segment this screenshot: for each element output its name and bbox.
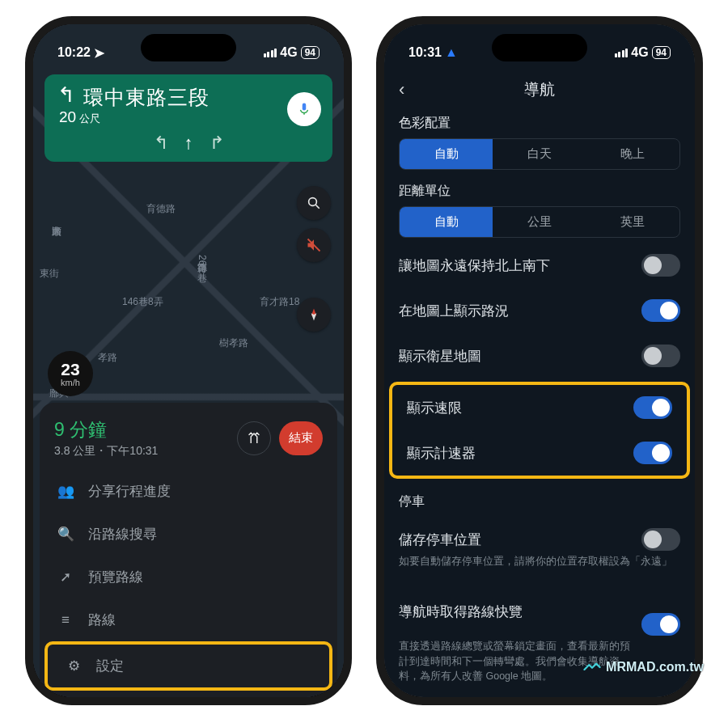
section-color-scheme: 色彩配置: [384, 107, 695, 138]
switch[interactable]: [641, 299, 680, 322]
eta-detail: 3.8 公里・下午10:31: [54, 444, 229, 459]
toggle-speedometer[interactable]: 顯示計速器: [392, 430, 687, 476]
eta-time: 9 分鐘: [54, 417, 229, 442]
dynamic-island: [492, 34, 587, 61]
end-navigation-button[interactable]: 結束: [279, 421, 323, 455]
alt-routes-icon: [247, 431, 261, 446]
switch[interactable]: [641, 254, 680, 277]
toggle-label: 在地圖上顯示路況: [399, 302, 509, 320]
navigation-screen: 育德路 育德路26巷 146巷8弄 育才路18 樹孝路 孝路 東街 太順路 新平…: [33, 24, 344, 697]
toggle-label: 顯示衛星地圖: [399, 347, 481, 366]
menu-label: 分享行程進度: [88, 482, 171, 501]
toggle-label: 讓地圖永遠保持北上南下: [399, 256, 550, 275]
back-button[interactable]: ‹: [399, 79, 404, 100]
toggle-label: 導航時取得路線快覽: [399, 602, 523, 621]
compass-button[interactable]: [297, 298, 331, 332]
toggle-north-up[interactable]: 讓地圖永遠保持北上南下: [384, 243, 695, 288]
watermark-logo-icon: [583, 661, 601, 674]
menu-search-along-route[interactable]: 🔍 沿路線搜尋: [40, 513, 337, 556]
toggle-traffic[interactable]: 在地圖上顯示路況: [384, 288, 695, 333]
distance-unit-segmented: 自動 公里 英里: [399, 206, 680, 238]
direction-panel[interactable]: ↰ 環中東路三段 20 公尺 ↰ ↑ ↱: [44, 74, 332, 162]
turn-left-icon: ↰: [57, 84, 75, 105]
watermark: MRMAD.com.tw: [583, 660, 704, 674]
map-road-label: 樹孝路: [219, 336, 248, 350]
lane-right-icon: ↱: [210, 133, 224, 154]
section-distance-unit: 距離單位: [384, 175, 695, 206]
menu-label: 沿路線搜尋: [88, 525, 157, 543]
watermark-text: MRMAD.com.tw: [606, 660, 704, 674]
color-night-option[interactable]: 晚上: [586, 139, 679, 169]
signal-icon: [264, 48, 277, 57]
save-parking-description: 如要自動儲存停車位置，請將你的位置存取權設為「永遠」: [384, 554, 695, 577]
speed-unit: km/h: [61, 378, 80, 387]
map-road-label: 146巷8弄: [122, 295, 163, 309]
dynamic-island: [141, 34, 236, 61]
search-icon: 🔍: [57, 526, 74, 543]
battery-indicator: 94: [652, 46, 671, 59]
menu-share-progress[interactable]: 👥 分享行程進度: [40, 470, 337, 513]
status-time: 10:22: [57, 45, 91, 60]
navigation-settings-screen: 10:31 ▲ 4G 94 ‹ 導航 色彩配置 自動 白天 晚上 距離單位: [384, 24, 695, 697]
section-parking: 停車: [384, 482, 695, 517]
highlight-speed-toggles: 顯示速限 顯示計速器: [389, 382, 690, 479]
map-search-button[interactable]: [297, 186, 331, 220]
gear-icon: ⚙: [66, 657, 82, 674]
speed-value: 23: [61, 361, 79, 378]
route-icon: ➚: [57, 569, 74, 586]
location-icon: ➤: [94, 45, 104, 61]
direction-road: 環中東路三段: [83, 84, 320, 111]
svg-point-0: [309, 198, 317, 206]
menu-routes[interactable]: ≡ 路線: [40, 598, 337, 641]
navigation-active-icon: ▲: [445, 45, 458, 60]
switch[interactable]: [641, 528, 680, 551]
lane-straight-icon: ↑: [184, 133, 193, 154]
battery-indicator: 94: [301, 46, 320, 59]
mute-button[interactable]: [297, 228, 331, 262]
highlight-settings: ⚙ 設定: [44, 641, 332, 691]
color-auto-option[interactable]: 自動: [400, 139, 493, 169]
menu-preview-route[interactable]: ➚ 預覽路線: [40, 556, 337, 598]
end-label: 結束: [289, 430, 313, 446]
network-label: 4G: [631, 45, 648, 60]
share-icon: 👥: [57, 483, 74, 500]
unit-auto-option[interactable]: 自動: [400, 207, 493, 237]
map-road-label: 育才路18: [260, 295, 299, 309]
svg-line-1: [315, 205, 320, 209]
phone-right: 10:31 ▲ 4G 94 ‹ 導航 色彩配置 自動 白天 晚上 距離單位: [376, 16, 703, 705]
compass-icon: [306, 307, 322, 323]
list-icon: ≡: [57, 612, 74, 628]
direction-distance-value: 20: [59, 108, 76, 125]
toggle-route-overview[interactable]: 導航時取得路線快覽: [384, 577, 695, 639]
mute-icon: [306, 237, 322, 253]
voice-search-button[interactable]: [287, 92, 321, 126]
lane-left-icon: ↰: [154, 133, 168, 154]
menu-settings[interactable]: ⚙ 設定: [48, 645, 329, 687]
status-time: 10:31: [408, 45, 442, 60]
network-label: 4G: [280, 45, 297, 60]
toggle-speed-limit[interactable]: 顯示速限: [392, 385, 687, 430]
color-day-option[interactable]: 白天: [493, 139, 586, 169]
lane-guidance: ↰ ↑ ↱: [57, 133, 320, 154]
switch[interactable]: [633, 396, 672, 419]
map-road-label: 東街: [40, 267, 59, 281]
toggle-save-parking[interactable]: 儲存停車位置: [384, 517, 695, 554]
phone-left: 育德路 育德路26巷 146巷8弄 育才路18 樹孝路 孝路 東街 太順路 新平…: [25, 16, 352, 705]
menu-label: 路線: [88, 611, 116, 629]
toggle-label: 顯示計速器: [407, 444, 476, 463]
menu-label: 設定: [96, 657, 124, 675]
direction-distance-unit: 公尺: [79, 112, 100, 125]
switch[interactable]: [641, 613, 680, 636]
alternate-routes-button[interactable]: [237, 421, 271, 455]
switch[interactable]: [641, 345, 680, 367]
switch[interactable]: [633, 442, 672, 464]
unit-mi-option[interactable]: 英里: [586, 207, 679, 237]
toggle-label: 儲存停車位置: [399, 531, 481, 549]
settings-header: ‹ 導航: [384, 73, 695, 107]
bottom-sheet[interactable]: 9 分鐘 3.8 公里・下午10:31 結束 👥 分享行程進度: [40, 403, 337, 697]
menu-label: 預覽路線: [88, 568, 143, 586]
toggle-satellite[interactable]: 顯示衛星地圖: [384, 333, 695, 378]
color-scheme-segmented: 自動 白天 晚上: [399, 138, 680, 170]
unit-km-option[interactable]: 公里: [493, 207, 586, 237]
settings-title: 導航: [524, 79, 555, 100]
